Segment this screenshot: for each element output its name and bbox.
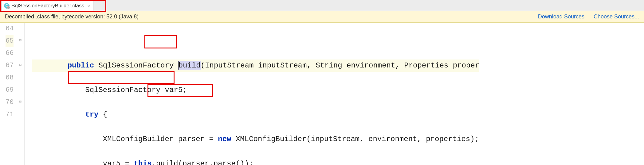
notice-links: Download Sources Choose Sources... (538, 13, 639, 20)
tab-label: SqlSessionFactoryBuilder.class (11, 3, 84, 9)
notice-text: Decompiled .class file, bytecode version… (5, 13, 139, 20)
line-number: 71 (6, 109, 14, 121)
download-sources-link[interactable]: Download Sources (538, 13, 584, 20)
line-number: 64 (6, 23, 14, 35)
line-number: 68 (6, 72, 14, 84)
line-number: 66 (6, 47, 14, 59)
code-line: SqlSessionFactory var5; (32, 84, 479, 96)
code-text: XMLConfigBuilder parser = (103, 135, 218, 143)
code-text: SqlSessionFactory (94, 61, 178, 70)
code-line: var5 = this.build(parser.parse()); (32, 158, 479, 165)
line-number-gutter: 64 65 66 67 68 69 70 71 (0, 23, 17, 165)
code-line: public SqlSessionFactory build(InputStre… (32, 59, 479, 72)
annotation-box-parser-decl (68, 71, 175, 84)
code-text: b (179, 61, 183, 70)
code-text: var5 = (103, 159, 134, 165)
fold-icon[interactable]: ⊟ (18, 39, 23, 42)
line-number: 67 (6, 59, 14, 72)
code-editor[interactable]: 64 65 66 67 68 69 70 71 ⊟ ⊟ ⊟ public Sql… (0, 23, 644, 165)
keyword: this (134, 159, 152, 165)
method-name-highlight: build (178, 61, 201, 70)
keyword: public (68, 61, 94, 70)
code-line (32, 35, 479, 47)
close-icon[interactable]: × (86, 3, 90, 9)
code-text: { (98, 110, 107, 119)
line-number: 65 (6, 35, 14, 47)
code-line: XMLConfigBuilder parser = new XMLConfigB… (32, 133, 479, 145)
keyword: try (85, 110, 98, 119)
editor-tab[interactable]: C SqlSessionFactoryBuilder.class × (1, 1, 93, 11)
code-text: SqlSessionFactory var5; (85, 86, 187, 94)
code-text: (InputStream inputStream, String environ… (201, 61, 479, 70)
code-text: uild (183, 61, 201, 70)
fold-gutter: ⊟ ⊟ ⊟ (17, 23, 25, 165)
line-number: 70 (6, 96, 14, 109)
code-area[interactable]: public SqlSessionFactory build(InputStre… (25, 23, 479, 165)
code-line: try { (32, 109, 479, 121)
class-file-icon: C (4, 3, 10, 9)
code-text: XMLConfigBuilder(inputStream, environmen… (231, 135, 479, 143)
choose-sources-link[interactable]: Choose Sources... (594, 13, 639, 20)
line-number: 69 (6, 84, 14, 96)
keyword: new (218, 135, 231, 143)
decompiled-notice-bar: Decompiled .class file, bytecode version… (0, 11, 644, 23)
fold-icon[interactable]: ⊟ (18, 63, 23, 67)
code-text: .build(parser.parse()); (151, 159, 253, 165)
editor-tab-bar: C SqlSessionFactoryBuilder.class × (0, 0, 644, 11)
fold-icon[interactable]: ⊟ (18, 100, 23, 104)
